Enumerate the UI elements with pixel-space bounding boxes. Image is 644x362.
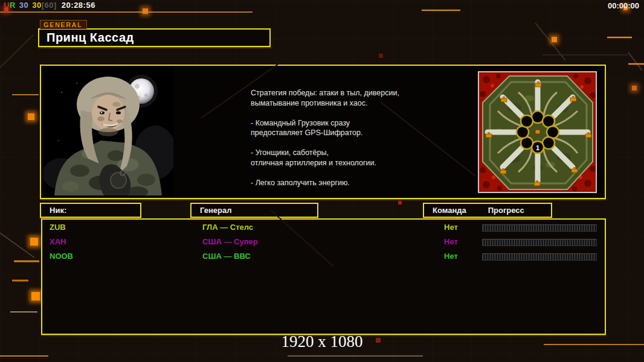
- player-general: ГЛА — Стелс: [202, 223, 253, 232]
- player-rows: ZUBГЛА — СтелсНетХАНСША — СуперНетNOOBСШ…: [42, 221, 605, 264]
- player-progress-bar: [482, 253, 597, 261]
- player-row: ХАНСША — СуперНет: [42, 235, 605, 250]
- player-general: США — Супер: [202, 237, 258, 246]
- player-progress-bar: [482, 239, 597, 246]
- player-nick: ХАН: [50, 237, 66, 246]
- status-r: R: [10, 1, 16, 10]
- resolution-label: 1920 x 1080: [0, 332, 644, 351]
- player-team: Нет: [444, 237, 458, 246]
- status-value-1: 30: [19, 1, 28, 10]
- general-name: Принц Кассад: [47, 31, 134, 44]
- header-general: Генерал: [190, 203, 318, 218]
- status-clock: 20:28:56: [62, 1, 95, 10]
- header-team-label: Команда: [433, 206, 466, 215]
- map-start-positions: 1: [517, 111, 559, 153]
- header-nick-label: Ник:: [50, 206, 66, 215]
- general-portrait: [43, 68, 173, 195]
- header-progress-label: Прогресс: [488, 206, 524, 215]
- player-team: Нет: [444, 223, 458, 232]
- header-general-label: Генерал: [200, 206, 231, 215]
- general-title-box: Принц Кассад: [38, 28, 271, 47]
- header-team-progress: КомандаПрогресс: [423, 203, 552, 218]
- status-bracket: [60]: [42, 1, 57, 10]
- player-row: ZUBГЛА — СтелсНет: [42, 221, 605, 235]
- strategy-text: Стратегия победы: атаки в тыл, диверсии,…: [251, 88, 438, 188]
- player-nick: ZUB: [50, 223, 66, 232]
- status-u: U: [4, 1, 10, 10]
- player-progress-bar: [482, 224, 597, 232]
- header-nick: Ник:: [40, 203, 141, 218]
- start-position-number: 1: [536, 144, 539, 151]
- player-roster-panel: ZUBГЛА — СтелсНетХАНСША — СуперНетNOOBСШ…: [41, 218, 606, 335]
- status-value-2: 30: [32, 1, 41, 10]
- status-bar: UR3030[60]20:28:56: [4, 1, 95, 10]
- match-timer: 00:00:00: [608, 1, 639, 10]
- map-preview: 1: [478, 71, 597, 193]
- general-tab: GENERAL: [40, 20, 87, 29]
- player-general: США — ВВС: [202, 252, 251, 261]
- general-info-panel: Стратегия победы: атаки в тыл, диверсии,…: [40, 65, 606, 199]
- player-nick: NOOB: [50, 252, 73, 261]
- player-team: Нет: [444, 252, 458, 261]
- player-row: NOOBСША — ВВСНет: [42, 250, 605, 264]
